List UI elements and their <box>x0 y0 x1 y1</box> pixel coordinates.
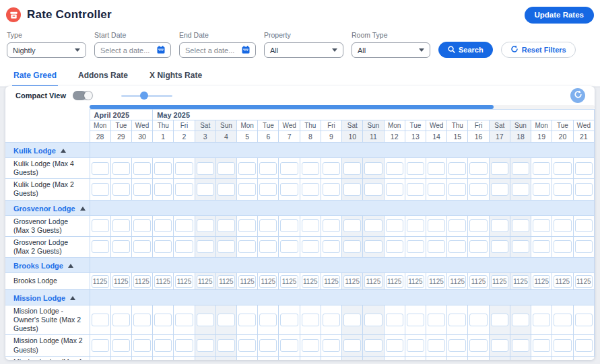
rate-cell[interactable] <box>215 215 236 236</box>
rate-cell[interactable]: 1125 <box>489 273 510 290</box>
rate-cell[interactable] <box>153 215 174 236</box>
rate-cell[interactable] <box>321 236 341 257</box>
rate-cell[interactable] <box>279 335 300 356</box>
rate-cell[interactable] <box>426 305 447 335</box>
rate-cell[interactable] <box>342 335 363 356</box>
rate-cell[interactable] <box>510 356 531 360</box>
rate-cell[interactable] <box>426 335 447 356</box>
rate-cell[interactable]: 1125 <box>552 273 573 290</box>
rate-cell[interactable] <box>215 335 236 356</box>
rate-cell[interactable] <box>195 236 215 257</box>
rate-cell[interactable] <box>447 215 468 236</box>
rate-cell[interactable] <box>300 215 321 236</box>
rate-cell[interactable] <box>468 356 489 360</box>
rate-cell[interactable] <box>510 215 531 236</box>
rate-cell[interactable] <box>447 236 468 257</box>
property-select[interactable]: All <box>264 42 343 58</box>
rate-cell[interactable]: 1125 <box>174 273 195 290</box>
rate-cell[interactable] <box>153 236 174 257</box>
rate-cell[interactable] <box>279 158 300 179</box>
rate-cell[interactable] <box>110 179 131 200</box>
rate-cell[interactable] <box>258 236 279 257</box>
rate-cell[interactable] <box>447 356 468 360</box>
rate-cell[interactable] <box>342 236 363 257</box>
rate-cell[interactable] <box>321 215 341 236</box>
tab-rate-greed[interactable]: Rate Greed <box>12 67 58 87</box>
rate-cell[interactable] <box>131 335 152 356</box>
rate-cell[interactable] <box>174 158 195 179</box>
group-header-mission-lodge[interactable]: Mission Lodge <box>5 290 90 305</box>
rate-cell[interactable] <box>342 305 363 335</box>
rate-cell[interactable] <box>110 236 131 257</box>
rate-cell[interactable] <box>552 215 573 236</box>
rate-cell[interactable] <box>195 215 215 236</box>
rate-cell[interactable] <box>405 158 426 179</box>
rate-cell[interactable]: 1125 <box>279 273 300 290</box>
rate-cell[interactable] <box>215 236 236 257</box>
rate-cell[interactable] <box>174 356 195 360</box>
rate-cell[interactable] <box>384 215 405 236</box>
rate-cell[interactable] <box>237 236 258 257</box>
rate-cell[interactable]: 1125 <box>258 273 279 290</box>
rate-cell[interactable] <box>195 335 215 356</box>
rate-cell[interactable] <box>405 335 426 356</box>
rate-cell[interactable] <box>195 305 215 335</box>
rate-cell[interactable] <box>342 158 363 179</box>
rate-cell[interactable]: 1125 <box>321 273 341 290</box>
calendar-icon[interactable] <box>157 46 165 55</box>
rate-cell[interactable] <box>342 215 363 236</box>
rate-cell[interactable] <box>321 305 341 335</box>
rate-cell[interactable] <box>468 215 489 236</box>
rate-cell[interactable] <box>90 179 110 200</box>
rate-cell[interactable] <box>468 305 489 335</box>
rate-cell[interactable] <box>531 305 552 335</box>
rate-cell[interactable] <box>363 158 384 179</box>
rate-cell[interactable] <box>279 356 300 360</box>
tab-addons-rate[interactable]: Addons Rate <box>77 67 129 87</box>
rate-cell[interactable] <box>531 356 552 360</box>
rate-cell[interactable] <box>447 158 468 179</box>
rate-cell[interactable] <box>110 158 131 179</box>
rate-cell[interactable] <box>174 305 195 335</box>
rate-cell[interactable] <box>552 236 573 257</box>
rate-cell[interactable] <box>300 335 321 356</box>
rate-cell[interactable] <box>552 158 573 179</box>
rate-cell[interactable] <box>510 305 531 335</box>
rate-cell[interactable]: 1125 <box>215 273 236 290</box>
tab-x-nights-rate[interactable]: X Nights Rate <box>148 67 203 87</box>
rate-cell[interactable] <box>447 305 468 335</box>
type-select[interactable]: Nightly <box>7 42 86 58</box>
rate-cell[interactable] <box>384 335 405 356</box>
rate-cell[interactable] <box>110 215 131 236</box>
rate-cell[interactable] <box>90 158 110 179</box>
rate-cell[interactable] <box>174 335 195 356</box>
rate-cell[interactable] <box>363 179 384 200</box>
rate-cell[interactable] <box>342 179 363 200</box>
rate-cell[interactable] <box>531 215 552 236</box>
rate-cell[interactable] <box>237 356 258 360</box>
rate-cell[interactable] <box>258 158 279 179</box>
rate-cell[interactable] <box>110 305 131 335</box>
rate-cell[interactable] <box>237 158 258 179</box>
room-type-select[interactable]: All <box>352 42 430 58</box>
rate-cell[interactable] <box>489 305 510 335</box>
rate-cell[interactable]: 1125 <box>153 273 174 290</box>
rate-cell[interactable] <box>510 236 531 257</box>
rate-cell[interactable] <box>131 236 152 257</box>
rate-cell[interactable] <box>573 335 594 356</box>
rate-cell[interactable] <box>153 305 174 335</box>
rate-cell[interactable] <box>174 215 195 236</box>
rate-cell[interactable] <box>489 356 510 360</box>
compact-view-toggle[interactable] <box>73 91 93 100</box>
rate-cell[interactable] <box>237 179 258 200</box>
rate-cell[interactable] <box>110 335 131 356</box>
rate-cell[interactable] <box>174 236 195 257</box>
rate-cell[interactable] <box>573 356 594 360</box>
rate-cell[interactable] <box>215 179 236 200</box>
rate-cell[interactable] <box>489 158 510 179</box>
rate-cell[interactable] <box>468 158 489 179</box>
rate-cell[interactable] <box>237 215 258 236</box>
rate-cell[interactable] <box>237 305 258 335</box>
rate-cell[interactable]: 1125 <box>195 273 215 290</box>
rate-cell[interactable] <box>489 335 510 356</box>
